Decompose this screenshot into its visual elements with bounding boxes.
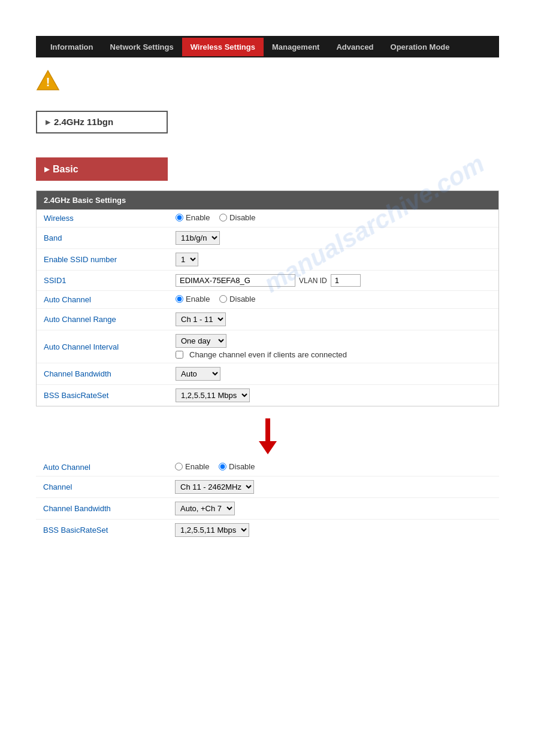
auto-channel-label: Auto Channel (37, 291, 168, 309)
lower-auto-channel-enable-text: Enable (185, 462, 209, 471)
lower-auto-channel-label: Auto Channel (36, 459, 168, 476)
nav-advanced[interactable]: Advanced (328, 38, 382, 56)
lower-channel-bandwidth-select[interactable]: Auto, +Ch 7 Auto 20 MHz 40 MHz (175, 502, 235, 515)
auto-channel-enable-text: Enable (186, 294, 210, 303)
ssid-number-select[interactable]: 1 2 3 4 (176, 253, 198, 266)
ssid1-input[interactable] (176, 274, 295, 287)
table-row-ssid-number: Enable SSID number 1 2 3 4 (37, 249, 498, 271)
vlan-input[interactable] (331, 274, 361, 287)
ssid1-label: SSID1 (37, 271, 168, 291)
lower-channel-label: Channel (36, 476, 168, 498)
wireless-enable-text: Enable (186, 213, 210, 222)
lower-settings-table: Auto Channel Enable Disable Channel Ch 1… (36, 459, 499, 541)
auto-channel-disable-radio[interactable] (219, 295, 227, 303)
svg-marker-3 (259, 441, 277, 454)
lower-auto-channel-disable-label[interactable]: Disable (219, 462, 255, 471)
wireless-disable-text: Disable (229, 213, 255, 222)
lower-channel-bandwidth-label: Channel Bandwidth (36, 498, 168, 520)
auto-channel-range-label: Auto Channel Range (37, 309, 168, 330)
nav-wireless-settings[interactable]: Wireless Settings (182, 38, 264, 56)
nav-management[interactable]: Management (264, 38, 328, 56)
band-select[interactable]: 11b/g/n 11b 11g 11n (176, 231, 220, 245)
svg-text:!: ! (46, 75, 50, 89)
wireless-disable-label[interactable]: Disable (219, 213, 255, 222)
lower-bss-basicrateset-select[interactable]: 1,2,5.5,11 Mbps All Default (175, 523, 249, 537)
section-24ghz-label: 2.4GHz 11bgn (54, 117, 113, 127)
section-basic-header[interactable]: ▸Basic (36, 157, 168, 181)
auto-channel-disable-text: Disable (229, 294, 255, 303)
lower-auto-channel-enable-label[interactable]: Enable (175, 462, 209, 471)
wireless-enable-label[interactable]: Enable (176, 213, 210, 222)
auto-channel-enable-label[interactable]: Enable (176, 294, 210, 303)
table-row-ssid1: SSID1 VLAN ID (37, 271, 498, 291)
lower-bss-basicrateset-label: BSS BasicRateSet (36, 520, 168, 541)
nav-information[interactable]: Information (42, 38, 102, 56)
lower-auto-channel-disable-text: Disable (229, 462, 255, 471)
band-label: Band (37, 227, 168, 249)
chevron-right-icon-2: ▸ (44, 164, 49, 174)
section-basic-label: Basic (53, 164, 78, 174)
auto-channel-range-select[interactable]: Ch 1 - 11 Ch 1 - 13 Ch 1 - 14 (176, 312, 226, 326)
wireless-label: Wireless (37, 210, 168, 227)
table-row-channel-bandwidth: Channel Bandwidth Auto 20 MHz 40 MHz (37, 363, 498, 385)
nav-network-settings[interactable]: Network Settings (102, 38, 182, 56)
channel-bandwidth-select[interactable]: Auto 20 MHz 40 MHz (176, 367, 220, 381)
nav-operation-mode[interactable]: Operation Mode (382, 38, 458, 56)
svg-rect-2 (265, 418, 270, 442)
channel-change-label: Change channel even if clients are conne… (189, 350, 347, 359)
table-row-bss-basicrateset: BSS BasicRateSet 1,2,5.5,11 Mbps All Def… (37, 385, 498, 406)
warning-icon: ! (36, 69, 60, 91)
ssid-number-label: Enable SSID number (37, 249, 168, 271)
channel-change-checkbox[interactable] (176, 351, 183, 359)
chevron-right-icon: ▸ (46, 117, 50, 127)
auto-channel-enable-radio[interactable] (176, 295, 183, 303)
wireless-enable-radio[interactable] (176, 214, 183, 221)
bss-basicrateset-select[interactable]: 1,2,5.5,11 Mbps All Default (176, 388, 250, 402)
lower-auto-channel-enable-radio[interactable] (175, 463, 183, 470)
lower-auto-channel-disable-radio[interactable] (219, 463, 226, 470)
warning-area: ! (36, 69, 499, 93)
lower-channel-select[interactable]: Ch 11 - 2462MHz Ch 1 - 2412MHz Ch 6 - 24… (175, 480, 254, 494)
section-24ghz-header[interactable]: ▸2.4GHz 11bgn (36, 111, 168, 133)
channel-bandwidth-label: Channel Bandwidth (37, 363, 168, 385)
red-down-arrow-svg (259, 418, 277, 454)
lower-table-row-auto-channel: Auto Channel Enable Disable (36, 459, 499, 476)
auto-channel-disable-label[interactable]: Disable (219, 294, 255, 303)
basic-settings-title: 2.4GHz Basic Settings (37, 191, 498, 210)
navbar: Information Network Settings Wireless Se… (36, 36, 499, 57)
auto-channel-interval-label: Auto Channel Interval (37, 330, 168, 363)
wireless-disable-radio[interactable] (219, 214, 227, 221)
lower-table-row-channel-bandwidth: Channel Bandwidth Auto, +Ch 7 Auto 20 MH… (36, 498, 499, 520)
table-row-band: Band 11b/g/n 11b 11g 11n (37, 227, 498, 249)
lower-table-row-bss-basicrateset: BSS BasicRateSet 1,2,5.5,11 Mbps All Def… (36, 520, 499, 541)
table-row-wireless: Wireless Enable Disable (37, 210, 498, 227)
vlan-label: VLAN ID (299, 277, 327, 285)
table-row-auto-channel-range: Auto Channel Range Ch 1 - 11 Ch 1 - 13 C… (37, 309, 498, 330)
table-row-auto-channel: Auto Channel Enable Disable (37, 291, 498, 309)
red-arrow-indicator (36, 418, 499, 456)
bss-basicrateset-label: BSS BasicRateSet (37, 385, 168, 406)
lower-table-row-channel: Channel Ch 11 - 2462MHz Ch 1 - 2412MHz C… (36, 476, 499, 498)
table-row-auto-channel-interval: Auto Channel Interval One day Half day O… (37, 330, 498, 363)
basic-settings-table: 2.4GHz Basic Settings Wireless Enable Di… (36, 190, 499, 406)
auto-channel-interval-select[interactable]: One day Half day One hour (176, 334, 226, 348)
